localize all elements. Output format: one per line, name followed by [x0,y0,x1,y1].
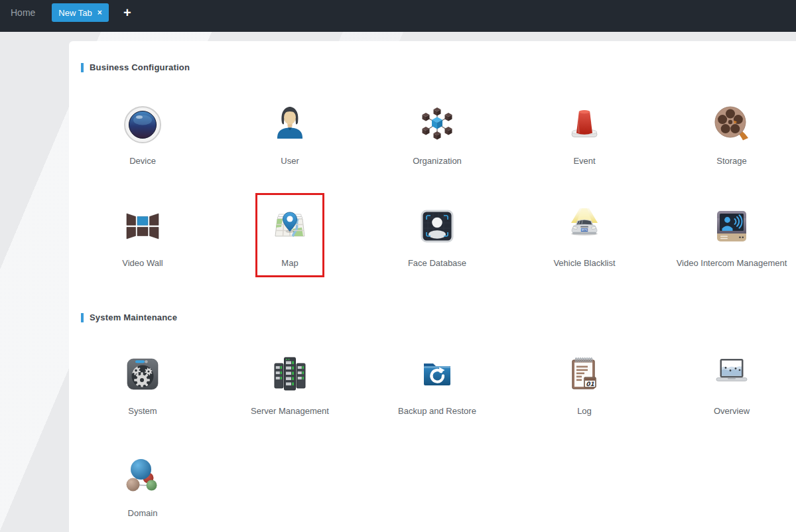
app-tile-label: Log [577,406,592,416]
section-title: System Maintenance [90,312,177,322]
device-lens-icon [121,103,164,145]
storage-reel-icon [710,103,753,145]
app-tile-label: Face Database [408,258,466,268]
overview-laptop-icon [710,353,753,395]
close-icon[interactable]: × [98,8,102,17]
organization-cubes-icon [416,103,458,145]
app-tile-label: User [281,156,298,166]
event-beacon-icon [563,103,606,145]
app-tile-vehicle-blacklist[interactable]: B976 Vehicle Blacklist [511,205,658,279]
app-tile-label: Video Intercom Management [677,258,787,268]
app-tile-face-database[interactable]: Face Database [364,205,511,279]
face-database-icon [416,205,458,247]
app-tile-event[interactable]: Event [511,103,658,177]
app-tile-storage[interactable]: Storage [658,103,796,177]
app-tile-server-management[interactable]: Server Management [216,353,364,427]
tab-bar: Home New Tab × + [0,0,796,32]
log-notepad-icon: 01 [563,353,606,395]
app-tile-label: Overview [714,406,750,416]
app-tile-overview[interactable]: Overview [658,353,796,427]
section-accent-bar [81,63,84,72]
app-tile-label: Storage [716,156,747,166]
tab-strip: Home New Tab × + [0,0,796,25]
section-title: Business Configuration [90,62,190,72]
tab-home[interactable]: Home [0,7,46,18]
server-racks-icon [269,353,311,395]
tab-new-tab[interactable]: New Tab × [52,3,108,22]
video-wall-icon [121,205,164,247]
home-menu-panel: Business Configuration Device [69,41,796,532]
add-tab-button[interactable]: + [120,5,135,20]
user-avatar-icon [269,103,311,145]
system-gears-icon [121,353,164,395]
map-pin-icon [269,205,311,247]
app-tile-log[interactable]: 01 Log [511,353,658,427]
app-tile-device[interactable]: Device [69,103,216,177]
app-tile-label: Event [573,156,595,166]
tab-label: New Tab [58,8,92,18]
section-accent-bar [81,313,84,322]
app-tile-map[interactable]: Map [216,205,364,279]
app-tile-label: Vehicle Blacklist [553,258,615,268]
business-configuration-grid: Device User [69,103,796,279]
license-plate-text: B976 [581,228,588,232]
app-tile-organization[interactable]: Organization [364,103,511,177]
backup-restore-folder-icon [416,353,458,395]
calendar-date-text: 01 [586,381,594,387]
vehicle-blacklist-icon: B976 [563,205,606,247]
app-tile-label: Server Management [251,406,329,416]
app-tile-label: Organization [413,156,462,166]
app-tile-video-wall[interactable]: Video Wall [69,205,216,279]
section-header-system-maintenance: System Maintenance [81,312,796,322]
section-header-business-configuration: Business Configuration [81,62,796,72]
app-tile-domain[interactable]: Domain [69,455,216,529]
video-intercom-icon [710,205,753,247]
app-tile-label: System [128,406,157,416]
app-tile-user[interactable]: User [216,103,364,177]
app-tile-backup-restore[interactable]: Backup and Restore [364,353,511,427]
app-tile-label: Video Wall [122,258,163,268]
app-tile-video-intercom[interactable]: Video Intercom Management [658,205,796,279]
system-maintenance-grid: System [69,353,796,529]
app-tile-label: Map [281,258,298,268]
app-tile-label: Backup and Restore [398,406,476,416]
app-tile-label: Device [129,156,156,166]
domain-spheres-icon [121,455,164,498]
app-tile-system[interactable]: System [69,353,216,427]
app-tile-label: Domain [128,508,158,518]
